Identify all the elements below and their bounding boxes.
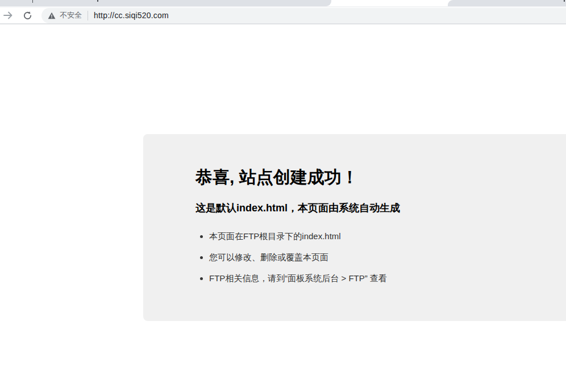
list-item: FTP相关信息，请到“面板系统后台 > FTP” 查看 bbox=[209, 274, 543, 282]
security-label: 不安全 bbox=[60, 10, 82, 20]
reload-button[interactable] bbox=[20, 9, 34, 22]
security-badge[interactable]: 不安全 bbox=[48, 10, 82, 20]
tab-strip-left-segment[interactable] bbox=[0, 0, 331, 6]
reload-icon bbox=[23, 11, 32, 20]
success-panel: 恭喜, 站点创建成功！ 这是默认index.html，本页面由系统自动生成 本页… bbox=[143, 134, 566, 321]
list-item: 本页面在FTP根目录下的index.html bbox=[209, 232, 543, 240]
tab-text-remnant bbox=[32, 0, 33, 3]
tab-text-remnant bbox=[97, 0, 98, 2]
page-viewport: 恭喜, 站点创建成功！ 这是默认index.html，本页面由系统自动生成 本页… bbox=[0, 24, 566, 392]
warning-triangle-icon bbox=[48, 12, 56, 19]
address-bar[interactable]: 不安全 http://cc.siqi520.com bbox=[41, 8, 566, 23]
forward-button[interactable] bbox=[1, 9, 15, 22]
list-item: 您可以修改、删除或覆盖本页面 bbox=[209, 253, 543, 261]
forward-arrow-icon bbox=[3, 10, 13, 20]
page-subtitle: 这是默认index.html，本页面由系统自动生成 bbox=[195, 202, 543, 214]
url-text: http://cc.siqi520.com bbox=[94, 11, 169, 20]
info-list: 本页面在FTP根目录下的index.html 您可以修改、删除或覆盖本页面 FT… bbox=[195, 232, 543, 282]
address-bar-separator bbox=[88, 11, 88, 20]
browser-toolbar: 不安全 http://cc.siqi520.com bbox=[0, 7, 566, 24]
tab-strip-right-segment[interactable] bbox=[448, 0, 566, 6]
page-title: 恭喜, 站点创建成功！ bbox=[195, 167, 543, 187]
tab-text-remnant bbox=[564, 0, 565, 2]
tab-strip bbox=[0, 0, 566, 6]
